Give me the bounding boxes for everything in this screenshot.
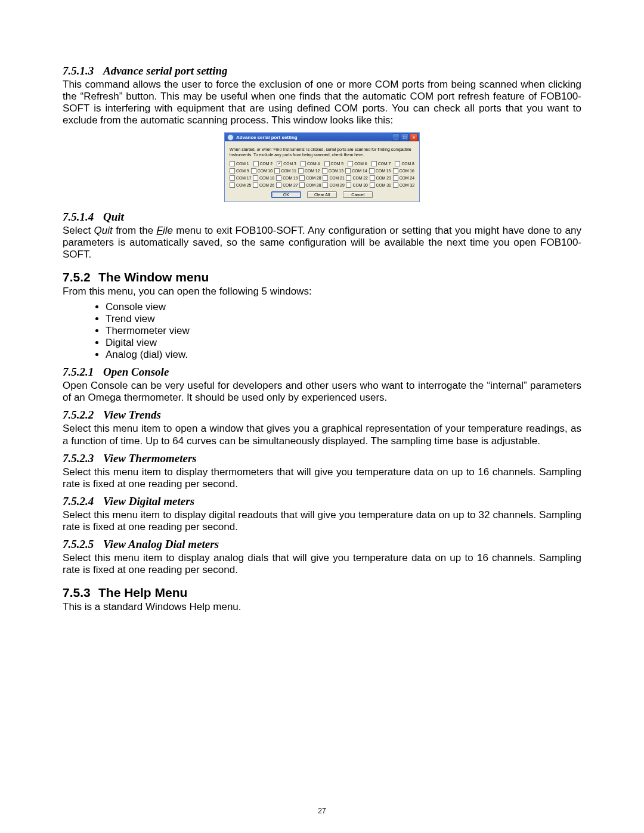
dialog-titlebar: Advance serial port setting _ □ × [225, 133, 419, 141]
app-icon [227, 134, 234, 141]
checkbox-label: COM 9 [236, 169, 249, 173]
checkbox-box [345, 168, 351, 174]
com-port-checkbox[interactable]: COM 22 [346, 175, 367, 181]
checkbox-box [370, 182, 375, 188]
para-view-trends: Select this menu item to open a window t… [63, 423, 581, 447]
heading-window-menu: 7.5.2The Window menu [63, 270, 581, 284]
checkbox-box [369, 168, 374, 174]
checkbox-label: COM 5 [331, 162, 344, 166]
checkbox-label: COM 22 [352, 176, 367, 180]
list-item: Thermometer view [106, 325, 581, 337]
com-port-checkbox[interactable]: COM 15 [369, 168, 391, 174]
para-quit: Select Quit from the File menu to exit F… [63, 225, 581, 261]
heading-title: Advance serial port setting [103, 64, 227, 77]
com-port-checkbox[interactable]: COM 26 [253, 182, 274, 188]
com-port-checkbox[interactable]: COM 24 [393, 175, 414, 181]
checkbox-box [323, 175, 328, 181]
para-view-thermometers: Select this menu item to display thermom… [63, 466, 581, 490]
heading-num: 7.5.3 [63, 586, 98, 600]
com-port-checkbox[interactable]: ✓COM 3 [277, 161, 296, 166]
heading-title: The Help Menu [98, 586, 187, 599]
checkbox-box [230, 161, 235, 166]
checkbox-label: COM 21 [329, 176, 344, 180]
com-port-checkbox[interactable]: COM 6 [348, 161, 367, 166]
ok-button[interactable]: OK [271, 191, 301, 198]
checkbox-box [301, 161, 306, 166]
com-port-checkbox[interactable]: COM 4 [301, 161, 320, 166]
com-port-checkbox[interactable]: COM 13 [322, 168, 343, 174]
clear-all-button[interactable]: Clear All [307, 191, 337, 198]
checkbox-box [370, 175, 375, 181]
cancel-button[interactable]: Cancel [343, 191, 373, 198]
com-port-checkbox[interactable]: COM 10 [251, 168, 273, 174]
minimize-button[interactable]: _ [392, 134, 400, 141]
com-port-checkbox[interactable]: COM 12 [298, 168, 320, 174]
heading-view-thermometers: 7.5.2.3View Thermometers [63, 452, 581, 465]
com-port-checkbox[interactable]: COM 30 [346, 182, 367, 188]
com-port-checkbox[interactable]: COM 5 [324, 161, 344, 166]
heading-title: View Analog Dial meters [103, 538, 219, 550]
maximize-button[interactable]: □ [401, 134, 409, 141]
heading-view-analog: 7.5.2.5View Analog Dial meters [63, 538, 581, 551]
checkbox-label: COM 11 [281, 169, 296, 173]
checkbox-label: COM 2 [260, 162, 273, 166]
dialog-message: When started, or when 'Find Instruments'… [230, 147, 414, 157]
list-item: Console view [106, 301, 581, 313]
checkbox-label: COM 32 [400, 183, 414, 187]
com-port-checkbox[interactable]: COM 31 [370, 182, 391, 188]
checkbox-box [395, 161, 400, 166]
checkbox-label: COM 18 [259, 176, 274, 180]
checkbox-box [324, 161, 330, 166]
checkbox-label: COM 31 [376, 183, 391, 187]
close-button[interactable]: × [410, 134, 418, 141]
checkbox-label: COM 3 [283, 162, 296, 166]
checkbox-label: COM 17 [236, 176, 251, 180]
checkbox-label: COM 14 [352, 169, 367, 173]
checkbox-label: COM 28 [306, 183, 321, 187]
com-port-checkbox[interactable]: COM 14 [345, 168, 367, 174]
heading-num: 7.5.2 [63, 270, 98, 284]
heading-num: 7.5.1.4 [63, 210, 103, 224]
page-number: 27 [0, 807, 644, 815]
com-port-checkbox[interactable]: COM 27 [276, 182, 298, 188]
heading-title: The Window menu [98, 270, 209, 284]
com-port-checkbox[interactable]: COM 8 [395, 161, 414, 166]
com-port-checkbox[interactable]: COM 29 [323, 182, 344, 188]
checkbox-label: COM 19 [283, 176, 298, 180]
heading-num: 7.5.1.3 [63, 64, 103, 78]
checkbox-label: COM 20 [306, 176, 321, 180]
com-port-checkbox[interactable]: COM 28 [299, 182, 321, 188]
checkbox-box [276, 175, 281, 181]
com-port-checkbox[interactable]: COM 19 [276, 175, 298, 181]
com-port-checkbox[interactable]: COM 21 [323, 175, 344, 181]
com-port-checkbox[interactable]: COM 7 [371, 161, 391, 166]
com-port-checkbox[interactable]: COM 25 [230, 182, 251, 188]
checkbox-box [253, 161, 259, 166]
list-item: Analog (dial) view. [106, 349, 581, 361]
com-port-checkbox[interactable]: COM 2 [253, 161, 273, 166]
checkbox-label: COM 30 [352, 183, 367, 187]
checkbox-box [299, 182, 305, 188]
checkbox-label: COM 29 [329, 183, 344, 187]
checkbox-row: COM 1COM 2✓COM 3COM 4COM 5COM 6COM 7COM … [230, 161, 414, 166]
para-window-menu-intro: From this menu, you can open the followi… [63, 286, 581, 298]
checkbox-label: COM 15 [376, 169, 391, 173]
com-port-checkbox[interactable]: COM 1 [230, 161, 249, 166]
checkbox-box [299, 175, 305, 181]
checkbox-box [253, 175, 258, 181]
com-port-checkbox[interactable]: COM 18 [253, 175, 274, 181]
heading-title: View Thermometers [103, 452, 197, 465]
com-port-checkbox[interactable]: COM 20 [299, 175, 321, 181]
com-port-checkbox[interactable]: COM 11 [274, 168, 296, 174]
com-port-checkbox[interactable]: COM 16 [393, 168, 414, 174]
window-menu-list: Console viewTrend viewThermometer viewDi… [63, 301, 581, 361]
checkbox-box [393, 175, 398, 181]
heading-num: 7.5.2.2 [63, 408, 103, 422]
com-port-checkbox[interactable]: COM 17 [230, 175, 251, 181]
heading-num: 7.5.2.4 [63, 495, 103, 508]
com-port-checkbox[interactable]: COM 23 [370, 175, 391, 181]
com-port-checkbox[interactable]: COM 9 [230, 168, 249, 174]
checkbox-box [298, 168, 304, 174]
com-port-checkbox[interactable]: COM 32 [393, 182, 414, 188]
checkbox-label: COM 4 [307, 162, 320, 166]
